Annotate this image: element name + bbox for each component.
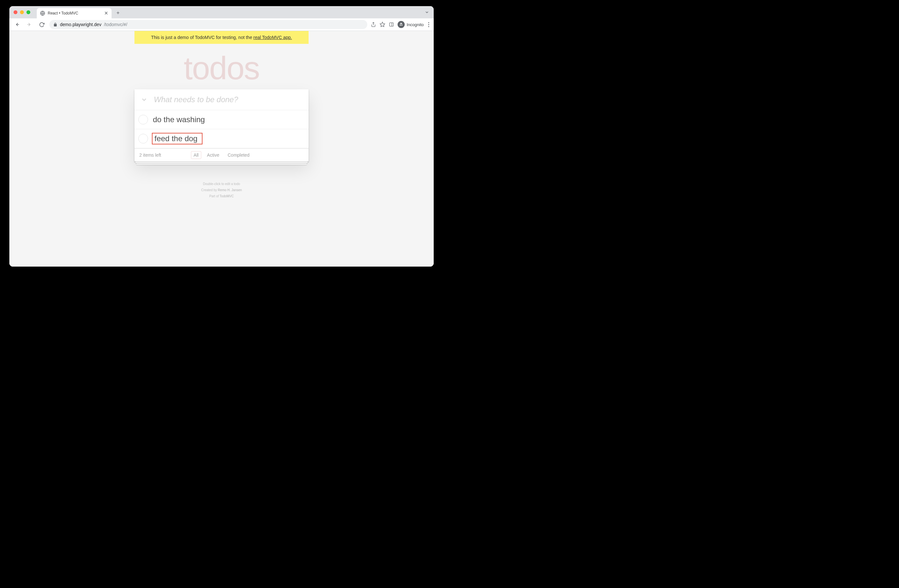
reload-button[interactable]	[37, 20, 46, 29]
todo-app: do the washing feed the dog 2 items left…	[134, 89, 309, 162]
todo-checkbox[interactable]	[138, 134, 148, 144]
todo-label[interactable]: do the washing	[148, 114, 207, 126]
demo-banner: This is just a demo of TodoMVC for testi…	[134, 31, 309, 44]
minimize-window-button[interactable]	[20, 10, 24, 14]
new-tab-button[interactable]: +	[115, 10, 121, 16]
url-path: /todomvc/#/	[104, 22, 127, 27]
page-viewport: This is just a demo of TodoMVC for testi…	[9, 31, 434, 267]
bookmark-button[interactable]	[380, 22, 385, 28]
svg-point-7	[400, 25, 401, 26]
share-button[interactable]	[371, 22, 376, 28]
items-left-count: 2 items left	[139, 153, 161, 157]
lock-icon	[53, 23, 57, 27]
info-line1: Double-click to edit a todo	[9, 181, 434, 187]
forward-button[interactable]	[25, 20, 34, 29]
back-button[interactable]	[12, 20, 22, 29]
svg-point-8	[402, 25, 403, 26]
svg-rect-5	[389, 23, 393, 26]
filter-active[interactable]: Active	[204, 151, 222, 159]
url-host: demo.playwright.dev	[60, 22, 101, 27]
info-line2-prefix: Created by	[201, 188, 218, 192]
filter-completed[interactable]: Completed	[225, 151, 252, 159]
browser-window: React • TodoMVC ✕ + demo.playwright.dev/…	[9, 6, 434, 267]
incognito-icon	[398, 21, 405, 28]
tab-title: React • TodoMVC	[48, 11, 78, 15]
filters: All Active Completed	[191, 151, 252, 159]
todo-item: do the washing	[134, 110, 309, 129]
todo-list: do the washing feed the dog	[134, 110, 309, 148]
info-line3-prefix: Part of	[209, 194, 219, 198]
globe-icon	[40, 11, 45, 16]
app-title: todos	[9, 49, 434, 87]
filter-all[interactable]: All	[191, 151, 201, 159]
todo-item: feed the dog	[134, 129, 309, 148]
close-window-button[interactable]	[14, 10, 17, 14]
browser-tab[interactable]: React • TodoMVC ✕	[37, 8, 111, 19]
address-bar[interactable]: demo.playwright.dev/todomvc/#/	[49, 20, 367, 29]
info-todomvc-link[interactable]: TodoMVC	[219, 194, 234, 198]
todo-footer: 2 items left All Active Completed Clear	[134, 148, 309, 162]
toolbar: demo.playwright.dev/todomvc/#/ Incognito	[9, 19, 434, 31]
toolbar-right: Incognito	[371, 21, 431, 28]
info-author-link[interactable]: Remo H. Jansen	[218, 188, 242, 192]
banner-link[interactable]: real TodoMVC app.	[253, 35, 292, 40]
todo-checkbox[interactable]	[138, 115, 148, 124]
incognito-badge[interactable]: Incognito	[398, 21, 424, 28]
close-tab-button[interactable]: ✕	[104, 10, 108, 16]
incognito-label: Incognito	[406, 22, 424, 27]
menu-button[interactable]	[427, 22, 431, 27]
window-controls	[9, 10, 30, 14]
maximize-window-button[interactable]	[26, 10, 30, 14]
side-panel-button[interactable]	[389, 22, 394, 28]
banner-text: This is just a demo of TodoMVC for testi…	[151, 35, 253, 40]
info-footer: Double-click to edit a todo Created by R…	[9, 181, 434, 199]
tabs-dropdown-button[interactable]	[425, 10, 429, 16]
new-todo-input[interactable]	[154, 90, 309, 109]
toggle-all-button[interactable]	[134, 96, 154, 103]
title-bar: React • TodoMVC ✕ +	[9, 6, 434, 19]
todo-label[interactable]: feed the dog	[152, 133, 202, 145]
new-todo-row	[134, 89, 309, 110]
svg-marker-4	[380, 22, 385, 27]
